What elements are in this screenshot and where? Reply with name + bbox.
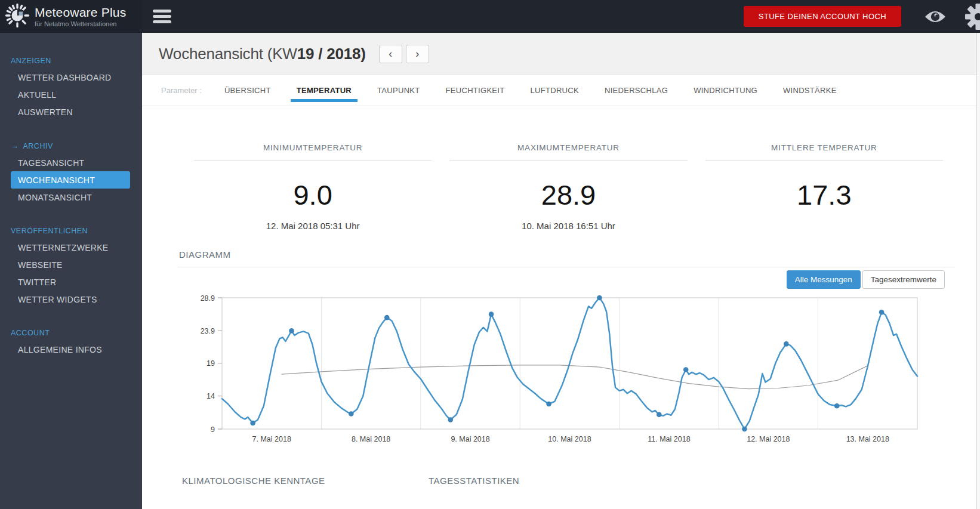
section-heading-tagesstatistiken: TAGESSTATISTIKEN [429,476,519,486]
nav-section-heading-veroffentlichen: VERÖFFENTLICHEN [0,223,142,239]
active-section-arrow-icon: → [11,141,19,150]
sidebar-item-wetter-widgets[interactable]: WETTER WIDGETS [0,291,142,308]
hamburger-menu-icon[interactable] [150,4,174,29]
sidebar-item-twitter[interactable]: TWITTER [0,273,142,291]
parameter-label: Parameter : [161,86,202,95]
page-title: Wochenansicht (KW19 / 2018) [159,45,366,63]
nav-section-heading-archiv: →ARCHIV [0,138,142,154]
gear-icon[interactable] [964,3,980,30]
nav-section-heading-account: ACCOUNT [0,325,142,341]
nav-group-account: ACCOUNTALLGEMEINE INFOS [0,325,142,358]
tab-feuchtigkeit[interactable]: FEUCHTIGKEIT [446,75,505,106]
svg-text:7. Mai 2018: 7. Mai 2018 [252,435,291,443]
section-heading-klimatologische-kenntage: KLIMATOLOGISCHE KENNTAGE [182,476,429,486]
sidebar-item-monatsansicht[interactable]: MONATSANSICHT [0,189,142,206]
main-content: Wochenansicht (KW19 / 2018) ‹ › Paramete… [142,33,976,509]
next-week-button[interactable]: › [406,45,429,63]
nav-group-archiv: →ARCHIVTAGESANSICHTWOCHENANSICHTMONATSAN… [0,138,142,206]
topbar: Meteoware Plus für Netatmo Wetterstation… [0,0,980,33]
parameter-tabs: ÜBERSICHTTEMPERATURTAUPUNKTFEUCHTIGKEITL… [224,75,837,106]
stat-timestamp: 12. Mai 2018 05:31 Uhr [194,221,432,232]
app-root: Meteoware Plus für Netatmo Wetterstation… [0,0,980,509]
previous-week-button[interactable]: ‹ [379,45,402,63]
stat-value: 9.0 [194,178,432,211]
svg-text:9: 9 [211,425,215,434]
nav-section-heading-anzeigen: ANZEIGEN [0,53,142,69]
scrollbar[interactable] [976,33,980,509]
sidebar-item-wetternetzwerke[interactable]: WETTERNETZWERKE [0,239,142,256]
svg-text:8. Mai 2018: 8. Mai 2018 [352,435,390,443]
brand-subtitle: für Netatmo Wetterstationen [35,20,126,27]
stat-value: 17.3 [705,178,943,211]
tab-taupunkt[interactable]: TAUPUNKT [377,75,420,106]
svg-text:19: 19 [207,359,215,368]
stat-timestamp [705,221,943,232]
sidebar-item-tagesansicht[interactable]: TAGESANSICHT [0,154,142,171]
temperature-chart[interactable]: 9141923.928.97. Mai 20188. Mai 20189. Ma… [142,292,960,445]
svg-text:12. Mai 2018: 12. Mai 2018 [747,435,790,443]
chart-mode-button-alle-messungen[interactable]: Alle Messungen [787,270,861,289]
svg-text:23.9: 23.9 [201,327,215,335]
svg-text:11. Mai 2018: 11. Mai 2018 [648,435,690,443]
stat-minimumtemperatur: MINIMUMTEMPERATUR9.012. Mai 2018 05:31 U… [194,143,432,232]
sidebar-item-allgemeine-infos[interactable]: ALLGEMEINE INFOS [0,341,142,358]
chart-controls: Alle MessungenTagesextremwerte [142,270,945,289]
upgrade-account-button[interactable]: STUFE DEINEN ACCOUNT HOCH [744,6,901,27]
chevron-right-icon: › [415,48,419,60]
tab-temperatur[interactable]: TEMPERATUR [297,75,352,106]
sidebar-item-aktuell[interactable]: AKTUELL [0,86,142,103]
sidebar-item-webseite[interactable]: WEBSEITE [0,256,142,273]
stat-label: MINIMUMTEMPERATUR [194,143,432,161]
tab-niederschlag[interactable]: NIEDERSCHLAG [605,75,668,106]
stats-row: MINIMUMTEMPERATUR9.012. Mai 2018 05:31 U… [194,143,943,232]
stat-maximumtemperatur: MAXIMUMTEMPERATUR28.910. Mai 2018 16:51 … [449,143,687,232]
sun-logo-icon [5,3,30,30]
svg-text:14: 14 [207,392,215,400]
sidebar-nav: ANZEIGENWETTER DASHBOARDAKTUELLAUSWERTEN… [0,33,142,509]
stat-value: 28.9 [449,178,687,211]
stat-label: MAXIMUMTEMPERATUR [449,143,687,161]
tab-luftdruck[interactable]: LUFTDRUCK [531,75,579,106]
chevron-left-icon: ‹ [389,48,392,60]
sidebar-item-wetter-dashboard[interactable]: WETTER DASHBOARD [0,69,142,86]
page-header: Wochenansicht (KW19 / 2018) ‹ › [142,33,976,75]
stat-label: MITTLERE TEMPERATUR [705,143,943,161]
sidebar-item-auswerten[interactable]: AUSWERTEN [0,103,142,121]
diagram-divider [177,267,955,267]
nav-group-anzeigen: ANZEIGENWETTER DASHBOARDAKTUELLAUSWERTEN [0,53,142,121]
sidebar-item-wochenansicht[interactable]: WOCHENANSICHT [11,171,130,189]
diagram-heading: DIAGRAMM [179,249,976,260]
parameter-tab-bar: Parameter : ÜBERSICHTTEMPERATURTAUPUNKTF… [142,75,976,106]
svg-text:28.9: 28.9 [201,294,215,303]
svg-text:10. Mai 2018: 10. Mai 2018 [548,435,591,443]
stat-timestamp: 10. Mai 2018 16:51 Uhr [449,221,687,232]
svg-text:9. Mai 2018: 9. Mai 2018 [451,435,489,443]
brand[interactable]: Meteoware Plus für Netatmo Wetterstation… [0,0,142,33]
tab-windrichtung[interactable]: WINDRICHTUNG [694,75,757,106]
nav-group-veroffentlichen: VERÖFFENTLICHENWETTERNETZWERKEWEBSEITETW… [0,223,142,308]
brand-title: Meteoware Plus [35,5,126,20]
week-navigation: ‹ › [379,45,429,63]
chart-wrap: 9141923.928.97. Mai 20188. Mai 20189. Ma… [142,292,976,445]
chart-mode-button-tagesextremwerte[interactable]: Tagesextremwerte [862,270,945,289]
tab-windstarke[interactable]: WINDSTÄRKE [783,75,837,106]
eye-icon[interactable] [924,9,947,24]
svg-text:13. Mai 2018: 13. Mai 2018 [846,435,889,443]
tab-ubersicht[interactable]: ÜBERSICHT [224,75,271,106]
bottom-sections: KLIMATOLOGISCHE KENNTAGETAGESSTATISTIKEN [182,476,976,486]
stat-mittlere-temperatur: MITTLERE TEMPERATUR17.3 [705,143,943,232]
